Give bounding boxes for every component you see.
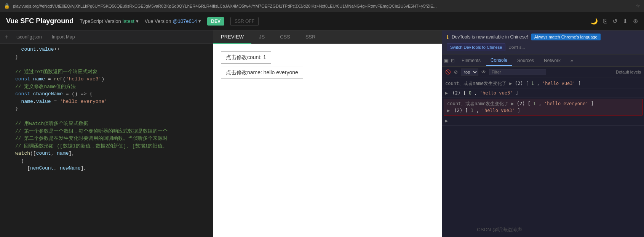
devtools-console: count、或者name发生变化了 ▶ (2) [ 1 , 'hello vue… <box>442 77 644 237</box>
console-toolbar: 🚫 ⊘ top 👁 Default levels <box>442 67 644 77</box>
notif-text: DevTools is now available in Chinese! <box>452 34 528 40</box>
eye-icon[interactable]: 👁 <box>481 69 486 75</box>
code-line: const name = ref('hello vue3') <box>0 75 213 83</box>
tab-add-button[interactable]: + <box>2 32 11 42</box>
console-entry-caret: ▶ <box>442 116 644 126</box>
console-entry-2: ▶ (2) [ 0 , 'hello vue3' ] <box>442 88 644 98</box>
watermark: CSDN @听海边涛声 <box>477 226 522 233</box>
editor-code: count.value++ } // 通过ref函数返回一个响应式对象 cons… <box>0 44 213 237</box>
refresh-icon[interactable]: ↺ <box>612 18 617 25</box>
code-line: name.value = 'hello everyone' <box>0 98 213 106</box>
ssr-button[interactable]: SSR OFF <box>230 17 259 26</box>
main-layout: + tsconfig.json Import Map count.value++… <box>0 30 644 237</box>
code-line: // 第一个参数是一个数组，每个要侦听器的响应式数据是数组的一个 <box>0 128 213 135</box>
code-line: } <box>0 105 213 113</box>
count-button[interactable]: 点击修改count: 1 <box>221 51 271 64</box>
code-line: // 定义修改name值的方法 <box>0 83 213 91</box>
elements-panel-icon: ⊡ <box>451 58 455 63</box>
info-icon: ℹ <box>447 34 449 40</box>
preview-panel: PREVIEW JS CSS SSR 点击修改count: 1 点击修改name… <box>213 30 442 237</box>
github-icon[interactable]: ⊛ <box>633 18 638 25</box>
share-icon[interactable]: ⎘ <box>603 18 607 25</box>
code-line <box>0 113 213 120</box>
devtools-panel-icon: ▣ <box>444 58 449 63</box>
default-levels-label[interactable]: Default levels <box>616 70 641 74</box>
code-line: // 回调函数形如 ([数据1的新值，数据2的新值], [数据1的旧值, <box>0 143 213 150</box>
vue-version-value[interactable]: @107e614 <box>173 18 197 24</box>
browser-url-bar: 🔒 play.vuejs.org/#eNqdVUtE0EQ/ivjXhLLkPg… <box>0 0 644 12</box>
moon-icon[interactable]: 🌙 <box>590 18 598 25</box>
ts-version-value[interactable]: latest <box>123 18 134 24</box>
devtools-panel: ℹ DevTools is now available in Chinese! … <box>442 30 644 237</box>
ts-version-label: TypeScript Version latest ▾ <box>80 18 138 24</box>
tab-preview[interactable]: PREVIEW <box>213 30 251 44</box>
tab-import-map[interactable]: Import Map <box>47 32 80 42</box>
name-button[interactable]: 点击修改name: hello everyone <box>221 67 303 79</box>
code-line: const changeName = () => { <box>0 90 213 98</box>
tab-js[interactable]: JS <box>251 30 272 44</box>
code-line: } <box>0 53 213 61</box>
console-entry-1: count、或者name发生变化了 ▶ (2) [ 1 , 'hello vue… <box>442 79 644 88</box>
app-header: Vue SFC Playground TypeScript Version la… <box>0 12 644 30</box>
editor-tabs: + tsconfig.json Import Map <box>0 30 213 44</box>
code-line: // 通过ref函数返回一个响应式对象 <box>0 68 213 76</box>
download-icon[interactable]: ⬇ <box>623 18 628 25</box>
url-text: play.vuejs.org/#eNqdVUtE0EQ/ivjXhLLkPg6U… <box>13 4 633 8</box>
console-entry-error: count、或者name发生变化了 ▶ (2) [ 1 , 'hello eve… <box>444 99 642 115</box>
clear-console-icon[interactable]: 🚫 <box>445 69 451 75</box>
dev-button[interactable]: DEV <box>207 17 224 26</box>
tab-css[interactable]: CSS <box>272 30 298 44</box>
code-line: count.value++ <box>0 46 213 53</box>
stop-icon[interactable]: ⊘ <box>454 69 458 75</box>
code-line: // 第二个参数是在发生变化时要调用的回调函数。当侦听多个来源时 <box>0 135 213 143</box>
code-line <box>0 61 213 68</box>
header-icons: 🌙 ⎘ ↺ ⬇ ⊛ <box>590 18 638 25</box>
tab-console[interactable]: Console <box>486 55 512 66</box>
app-title: Vue SFC Playground <box>6 17 74 25</box>
code-line: [newCount, newName], <box>0 165 213 172</box>
lock-icon: 🔒 <box>4 3 10 9</box>
devtools-notification: ℹ DevTools is now available in Chinese! … <box>442 30 644 54</box>
devtools-tabs-bar: ▣ ⊡ Elements Console Sources Network » <box>442 54 644 67</box>
star-icon[interactable]: ☆ <box>636 3 640 9</box>
tab-network[interactable]: Network <box>539 55 565 66</box>
preview-tabs: PREVIEW JS CSS SSR <box>213 30 442 44</box>
tab-more[interactable]: » <box>566 55 578 66</box>
preview-content: 点击修改count: 1 点击修改name: hello everyone <box>213 44 442 237</box>
tab-tsconfig[interactable]: tsconfig.json <box>12 32 46 42</box>
tab-sources[interactable]: Sources <box>513 55 539 66</box>
code-line: ( <box>0 157 213 165</box>
top-context-dropdown[interactable]: top <box>461 69 478 75</box>
vue-version-label: Vue Version @107e614 ▾ <box>145 18 201 24</box>
code-line: // 用watch侦听多个响应式数据 <box>0 120 213 128</box>
tab-ssr[interactable]: SSR <box>298 30 323 44</box>
switch-devtools-button[interactable]: Switch DevTools to Chinese <box>447 43 505 51</box>
tab-elements[interactable]: Elements <box>457 55 485 66</box>
console-filter-input[interactable] <box>489 69 546 75</box>
match-language-button[interactable]: Always match Chrome's language <box>531 34 601 40</box>
dismiss-button[interactable]: Don't s... <box>508 45 525 50</box>
code-line: watch([count, name], <box>0 150 213 157</box>
editor-panel: + tsconfig.json Import Map count.value++… <box>0 30 213 237</box>
